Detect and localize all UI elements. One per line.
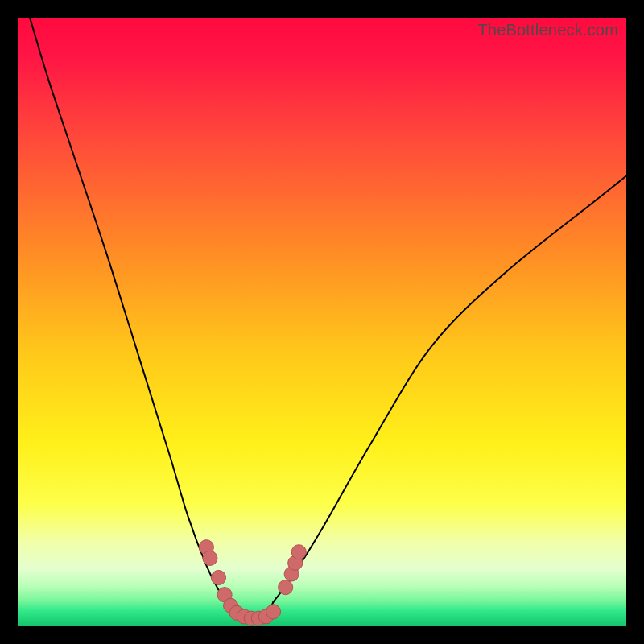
marker-dot xyxy=(279,580,293,595)
marker-dot xyxy=(211,570,225,584)
marker-dot xyxy=(266,605,280,619)
watermark-text: TheBottleneck.com xyxy=(477,21,618,39)
chart-svg xyxy=(18,18,626,626)
outer-frame: TheBottleneck.com xyxy=(0,0,644,644)
plot-area: TheBottleneck.com xyxy=(18,18,626,626)
marker-dot xyxy=(291,545,306,559)
gradient-background xyxy=(18,18,626,626)
marker-dot xyxy=(203,551,217,565)
